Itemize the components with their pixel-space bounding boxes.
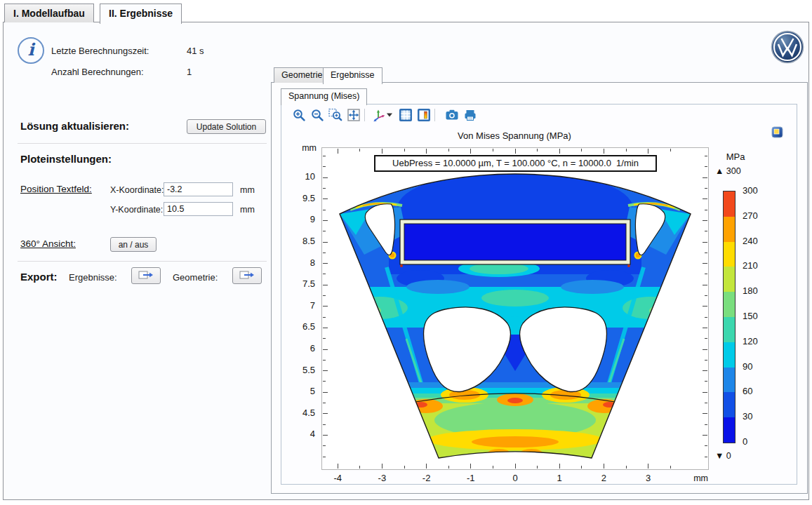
comsol-plot-icon <box>771 126 783 141</box>
colorbar-band <box>724 317 735 342</box>
view-360-toggle-button[interactable]: an / aus <box>110 237 157 252</box>
x-axis-unit: mm <box>680 473 708 483</box>
y-axis-tick <box>323 231 326 231</box>
y-axis-tick <box>323 198 328 199</box>
colorbar-tick-label: 210 <box>743 260 758 271</box>
plot-canvas[interactable]: UebPress = 10.0000 µm, T = 100.000 °C, n… <box>321 147 709 470</box>
x-axis-tick <box>338 464 338 469</box>
y-tick-label: 9.5 <box>284 193 315 203</box>
colorbar-tick-label: 30 <box>743 411 752 422</box>
viewer-tab-ergebnisse[interactable]: Ergebnisse <box>323 67 382 84</box>
x-axis-tick <box>559 149 560 154</box>
y-axis-tick <box>323 349 328 350</box>
zoom-out-icon[interactable] <box>310 107 325 123</box>
x-axis-tick <box>670 466 671 469</box>
x-tick-label: 3 <box>634 473 663 483</box>
y-tick-label: 5.5 <box>284 365 315 375</box>
y-tick-label: 5 <box>284 386 315 396</box>
y-axis-tick <box>705 166 707 167</box>
colorbar-tick-label: 240 <box>743 236 758 246</box>
x-tick-label: -1 <box>457 473 485 483</box>
y-axis-tick <box>323 295 326 296</box>
y-axis-tick <box>705 188 707 189</box>
plot-tab-spannung-mises[interactable]: Spannung (Mises) <box>281 88 367 105</box>
zoom-extents-icon[interactable] <box>346 107 361 123</box>
snapshot-icon[interactable] <box>444 107 460 123</box>
y-tick-label: 7 <box>284 300 315 311</box>
tab-ergebnisse[interactable]: II. Ergebnisse <box>100 4 182 24</box>
y-axis-tick <box>703 220 707 221</box>
x-axis-tick <box>515 464 516 469</box>
x-axis-tick <box>470 464 471 469</box>
colorbar-tick-label: 60 <box>743 386 752 396</box>
y-axis-tick <box>703 242 707 243</box>
colorbar-band <box>724 342 735 368</box>
x-axis-tick <box>493 466 493 469</box>
colorbar-band <box>724 292 735 317</box>
colorbar-tick-label: 270 <box>743 210 758 221</box>
computation-count-value: 1 <box>187 67 192 77</box>
export-geometry-label: Geometrie: <box>173 272 218 283</box>
x-axis-tick <box>426 464 427 469</box>
viewer-tab-geometrie[interactable]: Geometrie <box>274 67 330 83</box>
y-coordinate-input[interactable] <box>164 202 233 216</box>
y-axis-tick <box>705 457 707 457</box>
y-axis-tick <box>323 457 326 457</box>
toolbar-separator <box>434 109 435 121</box>
content-frame: i Letzte Berechnungszeit: 41 s Anzahl Be… <box>3 22 809 500</box>
y-axis-tick <box>703 285 707 285</box>
print-icon[interactable] <box>462 107 478 123</box>
zoom-in-icon[interactable] <box>291 107 307 123</box>
y-axis-tick <box>323 242 328 243</box>
x-coordinate-input[interactable] <box>164 182 233 196</box>
y-axis-tick <box>323 435 328 436</box>
view-orientation-icon[interactable] <box>371 107 387 123</box>
divider <box>18 261 267 262</box>
y-axis-tick <box>705 210 707 210</box>
x-axis-tick <box>648 464 648 469</box>
x-axis-tick <box>626 466 627 469</box>
x-axis-tick <box>448 149 449 152</box>
x-tick-label: 1 <box>545 473 573 483</box>
y-axis-tick <box>703 435 707 436</box>
y-axis-tick <box>705 381 707 382</box>
export-icon <box>239 269 255 283</box>
colorbar-tick-label: 90 <box>743 361 752 372</box>
grid-icon[interactable] <box>398 107 413 123</box>
y-axis-tick <box>703 413 707 414</box>
export-results-button[interactable] <box>131 267 161 284</box>
y-tick-label: 8 <box>284 257 315 268</box>
app-window: I. Modellaufbau II. Ergebnisse i Letzte … <box>0 0 812 505</box>
x-tick-label: 0 <box>501 473 529 483</box>
zoom-box-icon[interactable] <box>328 107 343 123</box>
colorbar-band <box>724 368 735 393</box>
y-tick-label: 10 <box>284 171 315 182</box>
y-axis-tick <box>323 177 328 178</box>
y-axis-tick <box>705 360 707 361</box>
y-axis-tick <box>323 188 326 189</box>
colorbar-tick-label: 300 <box>743 185 758 196</box>
y-axis-tick <box>323 317 326 318</box>
export-geometry-button[interactable] <box>232 267 262 284</box>
view-orientation-dropdown-caret[interactable] <box>385 107 394 123</box>
y-axis-tick <box>323 263 328 264</box>
x-tick-label: -3 <box>368 473 396 483</box>
y-axis-tick <box>703 328 707 328</box>
x-axis-tick <box>581 466 582 469</box>
last-computation-value: 41 s <box>187 46 204 56</box>
y-axis-tick <box>323 338 326 339</box>
tab-modellaufbau[interactable]: I. Modellaufbau <box>4 4 94 22</box>
x-axis-tick <box>448 466 449 469</box>
divider <box>18 143 267 144</box>
colorbar-tick-label: 0 <box>743 436 747 447</box>
color-legend-icon[interactable] <box>416 107 432 123</box>
x-axis-tick <box>493 149 493 152</box>
x-axis-tick <box>359 149 360 152</box>
y-axis-tick <box>703 392 707 393</box>
last-computation-label: Letzte Berechnungszeit: <box>51 46 149 56</box>
von-mises-contour-plot <box>322 148 708 469</box>
y-axis-tick <box>703 306 707 307</box>
vw-logo <box>771 30 804 67</box>
update-solution-button[interactable]: Update Solution <box>187 119 266 134</box>
colorbar-max-marker: ▲ 300 <box>715 166 741 176</box>
